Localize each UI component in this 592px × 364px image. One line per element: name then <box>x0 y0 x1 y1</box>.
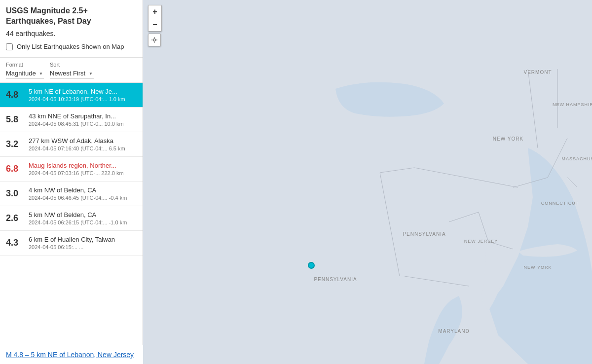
sort-label: Sort <box>50 62 94 68</box>
map-svg: VERMONT NEW HAMPSHIRE MASSACHUSETTS CONN… <box>143 0 592 364</box>
bottom-tooltip: M 4.8 – 5 km NE of Lebanon, New Jersey <box>0 345 143 364</box>
earthquake-count: 44 earthquakes. <box>6 30 137 37</box>
earthquake-time: 2024-04-05 10:23:19 (UTC-04:... 1.0 km <box>29 96 125 102</box>
format-select-wrapper: Magnitude Age <box>6 69 44 78</box>
format-label: Format <box>6 62 44 68</box>
zoom-controls: + − <box>148 5 162 46</box>
locate-button[interactable] <box>148 34 161 46</box>
earthquake-list-item[interactable]: 6.8Maug Islands region, Norther...2024-0… <box>0 157 143 182</box>
svg-text:NEW JERSEY: NEW JERSEY <box>464 239 498 244</box>
tooltip-link[interactable]: M 4.8 – 5 km NE of Lebanon, New Jersey <box>6 351 134 359</box>
earthquake-list-item[interactable]: 2.65 km NW of Belden, CA2024-04-05 06:26… <box>0 206 143 231</box>
filter-label[interactable]: Only List Earthquakes Shown on Map <box>17 42 124 51</box>
earthquake-list-item[interactable]: 3.2277 km WSW of Adak, Alaska2024-04-05 … <box>0 132 143 157</box>
format-sort-row: Format Magnitude Age Sort Newest First O… <box>0 58 143 83</box>
sort-group: Sort Newest First Oldest First <box>50 62 94 78</box>
zoom-in-button[interactable]: + <box>148 5 161 18</box>
earthquake-time: 2024-04-05 07:03:16 (UTC-... 222.0 km <box>29 170 124 176</box>
sort-select[interactable]: Newest First Oldest First <box>50 69 94 78</box>
svg-point-23 <box>153 39 156 41</box>
sidebar-header: USGS Magnitude 2.5+ Earthquakes, Past Da… <box>0 0 143 58</box>
filter-checkbox[interactable] <box>6 43 13 50</box>
svg-text:MASSACHUSETTS: MASSACHUSETTS <box>561 156 592 161</box>
sort-select-wrapper: Newest First Oldest First <box>50 69 94 78</box>
earthquake-dot[interactable] <box>308 262 315 269</box>
svg-text:NEW HAMPSHIRE: NEW HAMPSHIRE <box>553 102 592 107</box>
earthquake-location: 6 km E of Hualien City, Taiwan <box>29 236 115 243</box>
earthquake-list-item[interactable]: 5.843 km NNE of Sarupathar, In...2024-04… <box>0 108 143 132</box>
earthquake-location: 5 km NE of Lebanon, New Je... <box>29 88 125 95</box>
earthquake-location: 277 km WSW of Adak, Alaska <box>29 137 125 145</box>
earthquake-list-item[interactable]: 3.04 km NW of Belden, CA2024-04-05 06:46… <box>0 182 143 206</box>
earthquake-time: 2024-04-05 08:45:31 (UTC-0... 10.0 km <box>29 121 124 127</box>
earthquake-list: 4.85 km NE of Lebanon, New Je...2024-04-… <box>0 83 143 364</box>
format-select[interactable]: Magnitude Age <box>6 69 44 78</box>
earthquake-list-item[interactable]: 4.85 km NE of Lebanon, New Je...2024-04-… <box>0 83 143 108</box>
sidebar: USGS Magnitude 2.5+ Earthquakes, Past Da… <box>0 0 143 364</box>
locate-icon <box>151 36 158 43</box>
zoom-out-button[interactable]: − <box>148 18 161 31</box>
earthquake-location: 43 km NNE of Sarupathar, In... <box>29 112 124 120</box>
svg-text:MARYLAND: MARYLAND <box>438 328 469 334</box>
earthquake-location: Maug Islands region, Norther... <box>29 162 124 169</box>
earthquake-time: 2024-04-05 06:15:... ... <box>29 244 115 250</box>
zoom-group: + − <box>148 5 162 32</box>
earthquake-location: 4 km NW of Belden, CA <box>29 186 127 194</box>
svg-text:NEW YORK: NEW YORK <box>493 136 523 142</box>
earthquake-list-item[interactable]: 4.36 km E of Hualien City, Taiwan2024-04… <box>0 231 143 255</box>
svg-text:PENNSYLVANIA: PENNSYLVANIA <box>314 277 357 282</box>
format-group: Format Magnitude Age <box>6 62 44 78</box>
svg-text:NEW YORK: NEW YORK <box>524 265 552 270</box>
svg-text:PENNSYLVANIA: PENNSYLVANIA <box>403 231 445 237</box>
svg-text:VERMONT: VERMONT <box>524 70 552 75</box>
earthquake-time: 2024-04-05 06:46:45 (UTC-04:... -0.4 km <box>29 195 127 201</box>
earthquake-location: 5 km NW of Belden, CA <box>29 211 127 218</box>
sidebar-title: USGS Magnitude 2.5+ Earthquakes, Past Da… <box>6 6 137 27</box>
svg-text:CONNECTICUT: CONNECTICUT <box>541 201 579 206</box>
earthquake-time: 2024-04-05 07:16:40 (UTC-04:... 6.5 km <box>29 146 125 151</box>
filter-row: Only List Earthquakes Shown on Map <box>6 42 137 51</box>
earthquake-time: 2024-04-05 06:26:15 (UTC-04:... -1.0 km <box>29 219 127 225</box>
map-container: VERMONT NEW HAMPSHIRE MASSACHUSETTS CONN… <box>143 0 592 364</box>
